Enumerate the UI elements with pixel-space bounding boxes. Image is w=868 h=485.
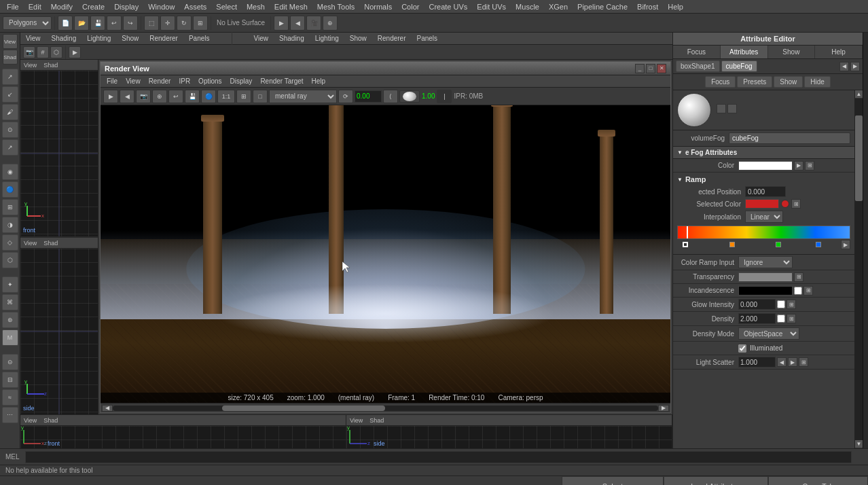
color-ramp-dropdown[interactable]: Ignore <box>738 256 793 268</box>
shading-tab2[interactable]: Shading <box>276 35 307 42</box>
select-arrow-btn[interactable]: ↗ <box>2 69 18 85</box>
mat-icon-1[interactable] <box>717 104 726 113</box>
polygon-dropdown[interactable]: Polygons <box>3 16 52 30</box>
fur-btn[interactable]: ⋯ <box>2 407 18 423</box>
rv-fit-btn[interactable]: ⊞ <box>236 90 251 103</box>
lasso-btn[interactable]: ⊙ <box>2 122 18 138</box>
bp-view2[interactable]: View <box>348 417 365 424</box>
paint-btn[interactable]: 🖌 <box>2 104 18 120</box>
minimize-btn[interactable]: _ <box>635 64 645 73</box>
menu-assets[interactable]: Assets <box>180 1 211 12</box>
scroll-right-btn[interactable]: ▶ <box>658 405 669 412</box>
scroll-left-btn[interactable]: ◀ <box>102 405 113 412</box>
left-viewport[interactable]: x y front <box>20 71 98 236</box>
menu-window[interactable]: Window <box>144 1 179 12</box>
menu-muscle[interactable]: Muscle <box>511 1 543 12</box>
bp-view1[interactable]: View <box>22 417 39 424</box>
density-btn[interactable]: ⊞ <box>786 314 796 323</box>
rv-file[interactable]: File <box>103 77 121 85</box>
panels-tab[interactable]: Panels <box>186 35 213 42</box>
glow-btn[interactable]: ⊞ <box>786 300 796 309</box>
open-btn[interactable]: 📂 <box>74 16 89 31</box>
ramp-marker-2[interactable] <box>729 242 735 247</box>
close-btn[interactable]: ✕ <box>657 64 666 73</box>
renderer-tab2[interactable]: Renderer <box>375 35 409 42</box>
load-attributes-button[interactable]: Load Attributes <box>664 476 768 485</box>
rv-refresh-btn[interactable]: ⟳ <box>338 90 353 103</box>
attributes-tab[interactable]: Attributes <box>721 46 768 58</box>
rv-prev-btn[interactable]: ⟨ <box>383 90 398 103</box>
ramp-header[interactable]: ▼ Ramp <box>677 175 850 183</box>
menu-help[interactable]: Help <box>664 1 687 12</box>
interp-dropdown[interactable]: Linear <box>745 211 783 223</box>
selected-pos-input[interactable] <box>745 186 786 197</box>
rv-undo-btn[interactable]: ↩ <box>168 90 183 103</box>
illuminated-check[interactable] <box>738 344 746 353</box>
incandescence-swatch[interactable] <box>738 286 793 295</box>
render-image-area[interactable]: size: 720 x 405 zoom: 1.000 (mental ray)… <box>101 105 670 403</box>
render-scrollbar[interactable]: ◀ ▶ <box>101 403 670 412</box>
move-tool-btn[interactable]: ✛ <box>160 16 175 31</box>
save-btn[interactable]: 💾 <box>90 16 105 31</box>
menu-mesh-tools[interactable]: Mesh Tools <box>313 1 359 12</box>
light-scatter-input[interactable] <box>738 357 776 367</box>
rivet-btn[interactable]: ⊛ <box>2 312 18 328</box>
ramp-marker-4[interactable] <box>816 242 821 247</box>
rv-renderer-dropdown[interactable]: mental ray <box>269 90 337 103</box>
panels-tab2[interactable]: Panels <box>414 35 440 42</box>
color-swatch[interactable] <box>738 161 793 170</box>
hide-btn[interactable]: Hide <box>804 76 831 88</box>
ls-right-btn[interactable]: ▶ <box>788 357 797 367</box>
redo-btn[interactable]: ↪ <box>123 16 138 31</box>
mat-icon-2[interactable] <box>727 104 737 113</box>
incandescence-btn[interactable]: ⊞ <box>803 286 813 295</box>
anim-btn[interactable]: ▶ <box>69 46 81 58</box>
menu-pipeline-cache[interactable]: Pipeline Cache <box>573 1 632 12</box>
focus-btn[interactable]: Focus <box>705 76 736 88</box>
ramp-marker-3[interactable] <box>776 242 781 247</box>
lighting-tab2[interactable]: Lighting <box>312 35 342 42</box>
ls-left-btn[interactable]: ◀ <box>777 357 786 367</box>
rv-ipr-btn[interactable]: ◀ <box>120 90 134 103</box>
view-tab2[interactable]: View <box>251 35 272 42</box>
copy-tab-button[interactable]: Copy Tab <box>768 476 868 485</box>
menu-bifrost[interactable]: Bifrost <box>633 1 662 12</box>
select-button[interactable]: Select <box>562 476 664 485</box>
menu-create[interactable]: Create <box>78 1 109 12</box>
rv-save-img-btn[interactable]: 💾 <box>185 90 200 103</box>
bp-shad2[interactable]: Shad <box>367 417 386 424</box>
ramp-gradient[interactable] <box>677 226 850 239</box>
sculpt-btn[interactable]: 🔵 <box>2 181 18 198</box>
glow-check[interactable] <box>777 300 785 308</box>
rv-render-target[interactable]: Render Target <box>257 77 306 85</box>
attr-prev-btn[interactable]: ◀ <box>839 62 849 71</box>
transparency-swatch[interactable] <box>738 272 793 282</box>
scale-tool-btn[interactable]: ⊞ <box>193 16 208 31</box>
density-mode-dropdown[interactable]: ObjectSpace <box>738 327 799 340</box>
rv-render-btn[interactable]: ▶ <box>103 90 118 103</box>
cluster-btn[interactable]: ⊝ <box>2 354 18 370</box>
help-tab[interactable]: Help <box>815 46 863 58</box>
menu-select[interactable]: Select <box>212 1 241 12</box>
maximize-btn[interactable]: □ <box>646 64 655 73</box>
rv-view[interactable]: View <box>122 77 144 85</box>
menu-xgen[interactable]: XGen <box>545 1 572 12</box>
menu-file[interactable]: File <box>3 1 23 12</box>
soft-mod-btn[interactable]: ◉ <box>2 164 18 180</box>
cam-btn[interactable]: 📷 <box>23 46 35 58</box>
focus-tab[interactable]: Focus <box>673 46 721 58</box>
incandescence-check[interactable] <box>794 287 802 295</box>
menu-edit[interactable]: Edit <box>24 1 46 12</box>
rv-help[interactable]: Help <box>308 77 329 85</box>
menu-mesh[interactable]: Mesh <box>242 1 269 12</box>
rv-frame-input[interactable] <box>355 90 382 103</box>
rv-display-btn[interactable]: 🔵 <box>201 90 216 103</box>
attr-content-scroll[interactable]: volumeFog ▼ e Fog Attributes Color ▶ ⊞ <box>673 90 854 448</box>
renderer-tab[interactable]: Renderer <box>147 35 181 42</box>
lp-view2[interactable]: View <box>22 240 39 247</box>
ramp-right-btn[interactable]: ▶ <box>841 240 850 249</box>
density-check[interactable] <box>777 315 785 323</box>
undo-btn[interactable]: ↩ <box>107 16 122 31</box>
ramp-cursor-1[interactable] <box>687 226 688 238</box>
ramp-marker-1[interactable] <box>683 242 688 247</box>
